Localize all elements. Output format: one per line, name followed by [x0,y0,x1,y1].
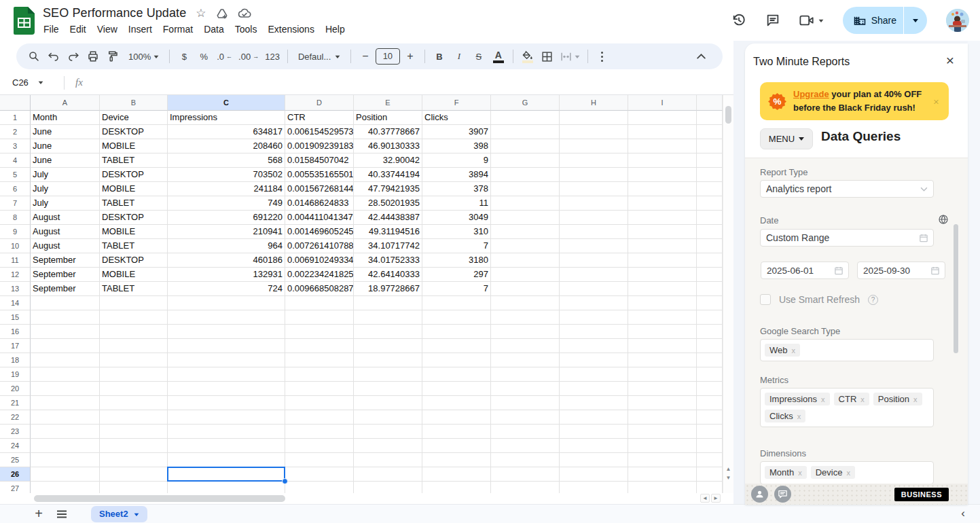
grid-cell[interactable] [31,353,100,367]
grid-cell[interactable]: September [31,268,100,282]
grid-cell[interactable]: TABLET [100,154,168,168]
grid-cell[interactable]: July [31,168,100,182]
grid-cell[interactable]: MOBILE [100,225,168,239]
dismiss-banner-icon[interactable]: × [933,96,939,107]
dimensions-field[interactable]: MonthxDevicex [760,461,934,484]
grid-cell[interactable] [285,367,354,382]
grid-cell[interactable]: September [31,253,100,268]
grid-cell[interactable]: 634817 [168,125,285,139]
grid-cell[interactable] [560,268,628,282]
column-header-B[interactable]: B [100,95,168,111]
grid-cell[interactable] [168,425,285,439]
grid-cell[interactable] [31,325,100,339]
grid-cell[interactable] [628,396,697,410]
grid-cell[interactable] [285,453,354,467]
grid-cell[interactable] [491,325,560,339]
grid-cell[interactable]: MOBILE [100,268,168,282]
grid-cell[interactable] [168,353,285,367]
start-date-input[interactable]: 2025-06-01 [761,262,849,279]
grid-cell[interactable]: 0.001909239183 [285,139,354,154]
select-all-corner[interactable] [0,95,31,111]
text-color-button[interactable]: A [489,47,508,66]
grid-cell[interactable]: 34.10717742 [354,239,422,253]
sidebar-scroll-thumb[interactable] [954,224,958,353]
add-sheet-button[interactable]: + [27,506,50,522]
grid-cell[interactable]: 49.31194516 [354,225,422,239]
column-header-D[interactable]: D [285,95,354,111]
column-header-I[interactable]: I [628,95,697,111]
row-header-27[interactable]: 27 [0,482,31,493]
remove-tag-icon[interactable]: x [821,395,825,403]
grid-cell[interactable] [628,239,697,253]
menu-button[interactable]: MENU [760,128,813,149]
grid-cell[interactable] [697,168,723,182]
grid-cell[interactable] [560,467,628,482]
grid-cell[interactable]: MOBILE [100,182,168,196]
grid-cell[interactable] [560,196,628,211]
remove-tag-icon[interactable]: x [798,469,802,477]
grid-cell[interactable] [100,367,168,382]
grid-cell[interactable]: 9 [422,154,491,168]
grid-cell[interactable]: DESKTOP [100,211,168,225]
grid-cell[interactable] [628,253,697,268]
grid-cell[interactable]: Month [31,111,100,125]
grid-cell[interactable] [31,310,100,325]
grid-cell[interactable] [285,410,354,425]
grid-cell[interactable]: 0.001567268144 [285,182,354,196]
horizontal-scroll-thumb[interactable] [34,495,285,502]
vertical-scrollbar[interactable]: ▲ ▼ [723,95,733,493]
grid-cell[interactable] [422,325,491,339]
grid-cell[interactable] [354,382,422,396]
grid-cell[interactable] [697,239,723,253]
grid-cell[interactable] [31,382,100,396]
grid-cell[interactable] [697,325,723,339]
grid-cell[interactable]: 28.50201935 [354,196,422,211]
remove-tag-icon[interactable]: x [860,395,865,403]
grid-cell[interactable] [354,482,422,493]
grid-cell[interactable]: DESKTOP [100,253,168,268]
menu-tools[interactable]: Tools [230,22,263,36]
grid-cell[interactable]: 0.01468624833 [285,196,354,211]
remove-tag-icon[interactable]: x [792,346,796,355]
grid-cell[interactable] [491,453,560,467]
grid-cell[interactable]: 0.004411041347 [285,211,354,225]
grid-cell[interactable] [354,310,422,325]
grid-cell[interactable] [491,182,560,196]
grid-cell[interactable] [422,467,491,482]
timezone-globe-icon[interactable] [938,214,949,225]
grid-cell[interactable] [628,282,697,296]
grid-cell[interactable] [31,453,100,467]
grid-cell[interactable] [560,225,628,239]
row-header-6[interactable]: 6 [0,182,31,196]
grid-cell[interactable] [491,139,560,154]
grid-cell[interactable] [100,467,168,482]
grid-cell[interactable]: 7 [422,239,491,253]
tag-clicks[interactable]: Clicksx [765,410,805,422]
paint-format-icon[interactable] [103,47,122,66]
sheet-tab-active[interactable]: Sheet2 [91,506,147,522]
decrease-font-size-button[interactable]: − [356,47,375,66]
grid-cell[interactable]: June [31,125,100,139]
grid-cell[interactable] [491,211,560,225]
row-header-25[interactable]: 25 [0,453,31,467]
grid-cell[interactable] [628,211,697,225]
grid-cell[interactable] [491,168,560,182]
grid-cell[interactable]: 0.002234241825 [285,268,354,282]
grid-cell[interactable] [31,367,100,382]
grid-cell[interactable] [628,125,697,139]
grid-cell[interactable]: CTR [285,111,354,125]
grid-cell[interactable]: 40.37778667 [354,125,422,139]
grid-cell[interactable]: 3894 [422,168,491,182]
font-size-input[interactable]: 10 [376,48,400,65]
bold-button[interactable]: B [430,47,449,66]
grid-cell[interactable] [100,425,168,439]
grid-cell[interactable] [422,339,491,353]
grid-cell[interactable]: 47.79421935 [354,182,422,196]
account-icon[interactable] [751,486,768,503]
menu-edit[interactable]: Edit [65,22,92,36]
smart-refresh-checkbox[interactable] [760,294,771,305]
grid-cell[interactable] [354,410,422,425]
grid-cell[interactable] [100,439,168,453]
row-header-12[interactable]: 12 [0,268,31,282]
column-header-E[interactable]: E [354,95,422,111]
